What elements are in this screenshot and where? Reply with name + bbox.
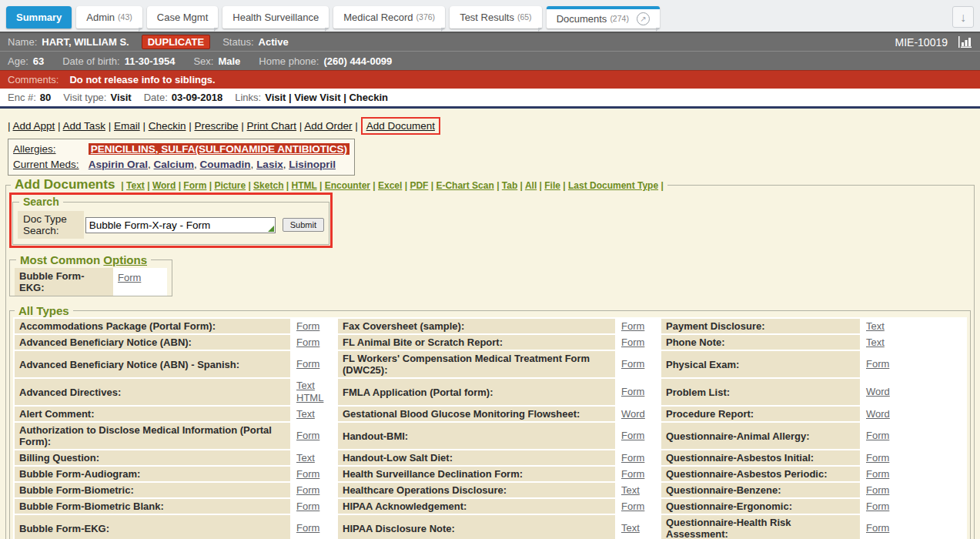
doc-link-questionnaire-health-risk-assessment-form[interactable]: Form (866, 522, 889, 534)
tab-medical-record[interactable]: Medical Record(376) (333, 6, 445, 28)
doc-type-link-cell: Form (292, 467, 336, 481)
med-link-coumadin[interactable]: Coumadin (200, 159, 251, 170)
doc-link-payment-disclosure-text[interactable]: Text (866, 320, 885, 333)
doc-link-fl-animal-bite-or-scratch-report-form[interactable]: Form (621, 336, 644, 349)
doc-link-accommodations-package-portal-form-form[interactable]: Form (296, 320, 319, 333)
med-link-lisinopril[interactable]: Lisinopril (289, 159, 336, 170)
doc-link-advanced-beneficiary-notice-abn-spanish-form[interactable]: Form (296, 358, 319, 370)
quick-link-last-document-type[interactable]: Last Document Type (568, 180, 658, 191)
doc-link-fl-workers-compensation-medical-treatment-form-dwc25-form[interactable]: Form (621, 358, 644, 370)
doc-link-bubble-form-biometric-blank-form[interactable]: Form (296, 500, 319, 513)
quick-link-excel[interactable]: Excel (378, 180, 402, 191)
quick-link-form[interactable]: Form (183, 180, 206, 191)
doc-link-phone-note-text[interactable]: Text (866, 336, 885, 349)
tab-test-results[interactable]: Test Results(65) (450, 6, 542, 28)
doc-link-handout-bmi-form[interactable]: Form (621, 430, 644, 442)
encounter-link-checkin[interactable]: Checkin (349, 92, 388, 103)
quick-link-all[interactable]: All (525, 180, 537, 191)
visit-type-value: Visit (110, 92, 131, 103)
doc-link-problem-list-word[interactable]: Word (866, 386, 890, 398)
doc-link-fmla-application-portal-form-form[interactable]: Form (621, 386, 644, 398)
action-email[interactable]: Email (114, 120, 140, 132)
doc-type-label: Accommodations Package (Portal Form): (15, 319, 290, 333)
doc-link-questionnaire-ergonomic-form[interactable]: Form (866, 500, 889, 513)
encounter-link-visit[interactable]: Visit (265, 92, 286, 103)
allergies-link[interactable]: Allergies: (13, 142, 85, 157)
current-meds-link[interactable]: Current Meds: (13, 157, 85, 172)
tab-health-surveillance[interactable]: Health Surveillance (222, 6, 329, 28)
doc-link-questionnaire-benzene-form[interactable]: Form (866, 484, 889, 497)
doc-link-physical-exam-form[interactable]: Form (866, 358, 889, 370)
med-link-calcium[interactable]: Calcium (154, 159, 195, 170)
doc-link-questionnaire-animal-allergy-form[interactable]: Form (866, 430, 889, 442)
quick-link-encounter[interactable]: Encounter (325, 180, 370, 191)
doc-link-hipaa-disclosure-note-text[interactable]: Text (621, 522, 640, 534)
doc-type-link-cell: Form (861, 483, 905, 497)
patient-name-bar: Name: HART, WILLIAM S. DUPLICATE Status:… (0, 32, 980, 51)
options-link[interactable]: Options (103, 253, 147, 266)
doc-link-advanced-directives-text[interactable]: Text (296, 380, 315, 392)
doc-link-fax-coversheet-sample-form[interactable]: Form (621, 320, 644, 333)
action-checkin[interactable]: Checkin (149, 120, 186, 132)
doc-link-alert-comment-text[interactable]: Text (296, 408, 315, 420)
encounter-link-view-visit[interactable]: View Visit (294, 92, 340, 103)
separator: | (537, 180, 544, 191)
quick-link-sketch[interactable]: Sketch (253, 180, 283, 191)
quick-link-text[interactable]: Text (126, 180, 145, 191)
doc-link-hipaa-acknowledgement-form[interactable]: Form (621, 500, 644, 513)
bar-chart-icon[interactable] (958, 36, 972, 48)
doc-type-row: Authorization to Disclose Medical Inform… (15, 423, 965, 449)
doc-link-gestational-blood-glucose-monitoring-flowsheet-word[interactable]: Word (621, 408, 645, 420)
quick-link-e-chart-scan[interactable]: E-Chart Scan (436, 180, 493, 191)
doc-type-label: Questionnaire-Asbestos Periodic: (661, 467, 860, 481)
quick-link-tab[interactable]: Tab (502, 180, 517, 191)
doc-type-row: Bubble Form-EKG:FormHIPAA Disclosure Not… (15, 515, 965, 539)
quick-link-word[interactable]: Word (152, 180, 176, 191)
submit-button[interactable]: Submit (283, 218, 324, 232)
doc-link-bubble-form-audiogram-form[interactable]: Form (296, 468, 319, 480)
doc-type-link-cell: Form (861, 423, 905, 449)
action-add-appt[interactable]: Add Appt (13, 120, 55, 132)
doc-link-advanced-beneficiary-notice-abn-form[interactable]: Form (296, 336, 319, 349)
doc-link-advanced-directives-html[interactable]: HTML (296, 392, 323, 404)
doc-link-authorization-to-disclose-medical-information-portal-form-form[interactable]: Form (296, 430, 319, 442)
download-chart-button[interactable]: ↓ (952, 6, 974, 28)
tab-label: Health Surveillance (232, 6, 319, 28)
add-documents-header: Add Documents | Text | Word | Form | Pic… (11, 177, 667, 192)
doc-link-procedure-report-word[interactable]: Word (866, 408, 890, 420)
most-common-fieldset: Most Common Options Bubble Form-EKG: For… (9, 253, 172, 296)
tab-summary[interactable]: Summary (6, 6, 72, 28)
doc-link-questionnaire-asbestos-initial-form[interactable]: Form (866, 452, 889, 464)
quick-link-pdf[interactable]: PDF (410, 180, 428, 191)
doc-link-billing-question-text[interactable]: Text (296, 452, 315, 464)
doc-type-search-label: Doc Type Search: (18, 211, 84, 239)
action-print-chart[interactable]: Print Chart (247, 120, 297, 132)
doc-type-link-cell: Form (617, 499, 660, 514)
open-in-new-icon[interactable]: ↗ (637, 12, 650, 25)
doc-link-bubble-form-biometric-form[interactable]: Form (296, 484, 319, 497)
quick-link-file[interactable]: File (544, 180, 560, 191)
allergy-value-link[interactable]: PENICILLINS, SULFA(SULFONAMIDE ANTIBIOTI… (89, 143, 350, 155)
tab-admin[interactable]: Admin(43) (76, 6, 142, 28)
tab-documents[interactable]: Documents(274)↗ (547, 6, 660, 28)
action-add-task[interactable]: Add Task (63, 120, 105, 132)
encounter-bar: Enc #: 80 Visit type: Visit Date: 03-09-… (0, 89, 980, 109)
action-add-order[interactable]: Add Order (304, 120, 352, 132)
med-link-lasix[interactable]: Lasix (256, 159, 283, 170)
doc-type-search-input[interactable] (85, 217, 276, 233)
doc-type-label: Bubble Form-Biometric: (15, 483, 290, 497)
doc-link-questionnaire-asbestos-periodic-form[interactable]: Form (866, 468, 889, 480)
action-prescribe[interactable]: Prescribe (194, 120, 238, 132)
action-add-document[interactable]: Add Document (366, 120, 435, 132)
doc-link-bubble-form-ekg-form[interactable]: Form (296, 522, 319, 534)
add-documents-title: Add Documents (15, 177, 115, 192)
med-link-aspirin-oral[interactable]: Aspirin Oral (89, 159, 148, 170)
most-common-form-link[interactable]: Form (118, 272, 141, 283)
doc-link-healthcare-operations-disclosure-text[interactable]: Text (621, 484, 640, 497)
doc-link-health-surveillance-declination-form-form[interactable]: Form (621, 468, 644, 480)
doc-link-handout-low-salt-diet-form[interactable]: Form (621, 452, 644, 464)
separator: | (517, 180, 525, 191)
tab-case-mgmt[interactable]: Case Mgmt (147, 6, 218, 28)
quick-link-picture[interactable]: Picture (214, 180, 246, 191)
quick-link-html[interactable]: HTML (292, 180, 317, 191)
